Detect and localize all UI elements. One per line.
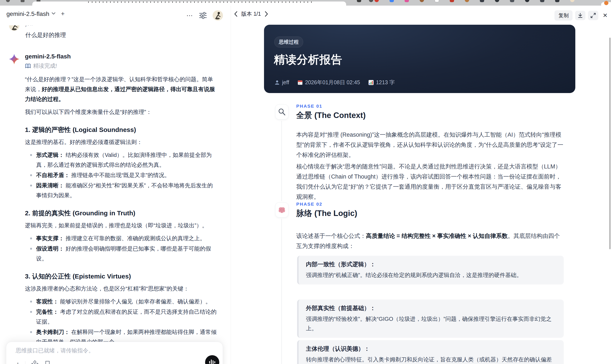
person-icon xyxy=(274,80,280,85)
message-composer[interactable]: 思维接口已就绪，请传输指令。 + xyxy=(6,342,223,364)
browser-extensions-grid-icon[interactable] xyxy=(21,0,25,2)
assistant-status: 精读完成! xyxy=(25,62,218,70)
logic-card: 内部一致性（形式逻辑）： 强调推理的“机械正确”。结论必须在给定的规则系统内逻辑… xyxy=(297,256,564,285)
extension-icon[interactable] xyxy=(420,0,424,2)
section-lead: 逻辑再完美，如果前提是错误的，推理也是垃圾（即“垃圾进，垃圾出”）。 xyxy=(25,221,218,230)
extension-icon[interactable] xyxy=(374,0,379,2)
report-hero-card: 思维过程 精读分析报告 jeff 2026年01月08日 02:45 xyxy=(264,25,575,93)
section-heading: 1. 逻辑的严密性 (Logical Soundness) xyxy=(25,126,218,134)
card-title: 外部真实性（前提基础）： xyxy=(306,304,556,312)
download-button[interactable] xyxy=(575,11,585,20)
extension-icon[interactable] xyxy=(405,0,409,2)
attach-plus-icon[interactable]: + xyxy=(16,361,20,364)
model-settings-sliders-icon[interactable] xyxy=(199,12,207,19)
extension-icon[interactable] xyxy=(495,0,499,2)
extension-icon[interactable] xyxy=(480,0,484,2)
extension-icon[interactable] xyxy=(604,1,608,5)
extension-icon[interactable] xyxy=(450,0,454,2)
extension-icon[interactable] xyxy=(435,0,439,2)
section-heading: 2. 前提的真实性 (Grounding in Truth) xyxy=(25,209,218,218)
card-body: 强调推理的“机械正确”。结论必须在给定的规则系统内逻辑自洽，这是推理的硬件基础。 xyxy=(306,270,556,280)
list-item: 不自相矛盾： 推理链条中不能出现“既是又非”的情况。 xyxy=(25,170,218,180)
more-options-icon[interactable]: ⋯ xyxy=(186,12,193,19)
version-navigator: 版本 1/1 xyxy=(234,10,268,17)
address-bar[interactable] xyxy=(32,1,346,6)
skills-diamonds-icon[interactable] xyxy=(30,360,39,364)
chat-panel: gemini-2.5-flash + ⋯ xyxy=(0,6,231,364)
user-avatar[interactable] xyxy=(213,10,223,21)
extension-icon[interactable] xyxy=(369,0,373,2)
card-body: 强调推理的“经验校准”。解决“GIGO（垃圾进，垃圾出）”问题，确保推理引擎运行… xyxy=(306,314,556,333)
url-text-clipped xyxy=(88,1,314,3)
card-body: 转向推理者的心理特征。引入奥卡姆剃刀和反向论证，旨在克服人类（或机器）天然存在的… xyxy=(306,355,556,364)
extension-icon[interactable] xyxy=(465,0,469,2)
magnifier-icon xyxy=(278,108,286,116)
extension-icon[interactable] xyxy=(357,0,361,2)
extension-icon[interactable] xyxy=(390,0,394,2)
dimensions-lead: 我们可以从以下四个维度来衡量什么是“好的推理”： xyxy=(25,107,218,117)
phase-paragraph: 该论述基于一个核心公式：高质量结论 = 结构完整性 × 事实准确性 × 认知自律… xyxy=(296,231,564,251)
section-heading: 3. 认知的公正性 (Epistemic Virtues) xyxy=(25,272,218,281)
app-window: gemini-2.5-flash + ⋯ xyxy=(0,6,611,364)
bar-chart-icon xyxy=(368,80,374,85)
profile-avatar-icon[interactable] xyxy=(570,0,574,2)
list-item: 因果清晰： 能准确区分“相关性”和“因果关系”，不会轻率地将先后发生的事情归为因… xyxy=(25,181,218,200)
phase-heading: 全景 (The Context) xyxy=(296,110,366,121)
card-title: 内部一致性（形式逻辑）： xyxy=(306,260,556,268)
phase1-icon-card xyxy=(275,104,289,119)
calendar-icon xyxy=(297,80,303,85)
assistant-message: gemini-2.5-flash 精读完成! “什么是好的推理？”这是一个涉及逻… xyxy=(9,53,218,364)
message-list: jeff 什么是好的推理 xyxy=(0,6,231,364)
chevron-right-icon[interactable] xyxy=(265,11,268,17)
status-text: 精读完成! xyxy=(33,62,57,70)
message-text: 什么是好的推理 xyxy=(25,31,218,39)
chat-header: gemini-2.5-flash + ⋯ xyxy=(0,6,231,25)
phase-paragraph: 核心情境在于解决“思考的随意性”问题。不论是人类通过批判性思维进行决策，还是大语… xyxy=(296,162,564,202)
bookmark-icon[interactable] xyxy=(44,361,51,364)
report-type-badge: 思维过程 xyxy=(274,37,303,48)
browser-toolbar xyxy=(0,0,611,6)
report-meta: jeff 2026年01月08日 02:45 1213 字 xyxy=(274,79,395,86)
extension-icon[interactable] xyxy=(555,0,559,2)
gemini-star-icon xyxy=(9,53,20,65)
report-actions: 复制 xyxy=(555,10,609,21)
extension-icon[interactable] xyxy=(510,0,514,2)
list-item: 客观性： 能够识别并尽量排除个人偏见（如幸存者偏差、确认偏差）。 xyxy=(25,297,218,306)
report-panel: 版本 1/1 复制 xyxy=(231,6,611,364)
conversation-title[interactable]: gemini-2.5-flash xyxy=(6,10,49,18)
intro-paragraph: “什么是好的推理？”这是一个涉及逻辑学、认知科学和哲学核心的问题。简单来说，好的… xyxy=(25,74,218,104)
phase-label: PHASE 01 xyxy=(296,104,322,109)
chevron-down-icon[interactable] xyxy=(51,12,56,15)
date-meta: 2026年01月08日 02:45 xyxy=(297,79,360,86)
new-chat-button[interactable]: + xyxy=(61,10,65,17)
browser-tab-corner xyxy=(601,2,611,6)
voice-input-button[interactable] xyxy=(205,355,219,364)
open-book-icon xyxy=(25,63,31,68)
version-label: 版本 1/1 xyxy=(241,10,261,17)
extension-icon[interactable] xyxy=(540,0,544,2)
expand-fullscreen-button[interactable] xyxy=(588,11,598,20)
report-title: 精读分析报告 xyxy=(274,52,342,67)
logic-card: 外部真实性（前提基础）： 强调推理的“经验校准”。解决“GIGO（垃圾进，垃圾出… xyxy=(297,299,564,338)
section-lead: 这涉及推理者的心态和方法论，也是区分“杠精”和“思想家”的关键： xyxy=(25,284,218,294)
composer-placeholder[interactable]: 思维接口已就绪，请传输指令。 xyxy=(16,347,216,354)
timeline-connector xyxy=(281,121,282,201)
list-item: 假设透明： 好的推理会明确指明哪些是已知事实，哪些是基于可能的假设。 xyxy=(25,244,218,263)
phase-paragraph: 本内容是对“推理 (Reasoning)”这一抽象概念的高层建模。在知识爆炸与人… xyxy=(296,130,564,160)
chevron-left-icon[interactable] xyxy=(234,11,238,17)
close-panel-button[interactable]: ✕ xyxy=(601,11,609,20)
list-item: 事实支撑： 推理建立在可靠的数据、准确的观测或公认的真理之上。 xyxy=(25,233,218,243)
browser-reload-icon[interactable] xyxy=(6,0,10,2)
card-title: 主体伦理（认识美德）： xyxy=(306,345,556,353)
list-item: 形式逻辑： 结构必须有效（Valid）。比如演绎推理中，如果前提全部为真，那么通… xyxy=(25,150,218,170)
phase2-icon-card xyxy=(275,202,289,218)
assistant-name: gemini-2.5-flash xyxy=(25,53,218,60)
phase-label: PHASE 02 xyxy=(296,202,322,207)
phase-heading: 脉络 (The Logic) xyxy=(296,208,357,219)
logic-card: 主体伦理（认识美德）： 转向推理者的心理特征。引入奥卡姆剃刀和反向论证，旨在克服… xyxy=(297,340,564,364)
scrollbar-thumb[interactable] xyxy=(609,38,611,249)
extension-icon[interactable] xyxy=(525,0,529,2)
section-lead: 这是推理的基石。好的推理必须遵循逻辑法则： xyxy=(25,137,218,147)
copy-button[interactable]: 复制 xyxy=(555,10,572,21)
screen: gemini-2.5-flash + ⋯ xyxy=(0,0,611,364)
